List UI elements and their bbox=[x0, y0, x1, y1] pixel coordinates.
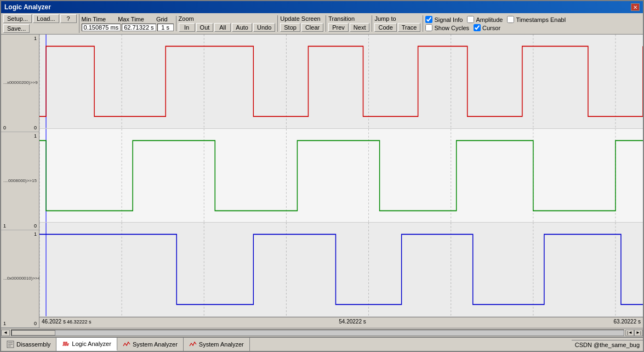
update-group: Update Screen Stop Clear bbox=[280, 15, 326, 32]
timestamps-checkbox-label[interactable]: Timestamps Enabl bbox=[507, 16, 566, 23]
time-display: Min Time Max Time Grid 0.150875 ms 62.71… bbox=[82, 16, 174, 31]
min-time-value: 0.150875 ms bbox=[82, 24, 121, 31]
zoom-out-button[interactable]: Out bbox=[196, 23, 214, 32]
time-label-1: 46.2022 s bbox=[42, 319, 66, 325]
timestamps-label: Timestamps Enabl bbox=[516, 16, 566, 23]
zoom-in-button[interactable]: In bbox=[179, 23, 195, 32]
zoom-group: Zoom In Out All Auto Undo bbox=[179, 15, 278, 32]
signal-3-low: 0 bbox=[34, 321, 37, 326]
waveform-channel-3 bbox=[39, 223, 643, 317]
scrollbar-area[interactable]: ◄ |◄ ►| bbox=[1, 328, 643, 337]
transition-next-button[interactable]: Next bbox=[350, 23, 370, 32]
max-time-value: 62.71322 s bbox=[122, 24, 156, 31]
signal-2-low: 0 bbox=[34, 223, 37, 229]
title-bar: Logic Analyzer ✕ bbox=[1, 1, 643, 13]
cursor-checkbox[interactable] bbox=[474, 24, 481, 31]
signal-1-low: 0 bbox=[34, 125, 37, 130]
tab-logic-analyzer[interactable]: Logic Analyzer bbox=[56, 338, 117, 351]
scroll-thumb[interactable] bbox=[12, 330, 55, 336]
tab-system-analyzer-2-label: System Analyzer bbox=[199, 341, 244, 348]
min-time-label: Min Time bbox=[82, 16, 106, 22]
signal-label-3: 1 ...0x00000010)>>4 0 1 bbox=[1, 230, 39, 328]
grid-value: 1 s bbox=[157, 24, 174, 31]
main-window: Logic Analyzer ✕ Setup... Load... ? Save… bbox=[0, 0, 644, 352]
time-group: Min Time Max Time Grid 0.150875 ms 62.71… bbox=[82, 16, 176, 31]
scroll-end-button[interactable]: ►| bbox=[634, 330, 643, 336]
signal-info-checkbox[interactable] bbox=[425, 16, 432, 23]
zoom-controls: Zoom In Out All Auto Undo bbox=[179, 15, 276, 32]
jumpto-label: Jump to bbox=[374, 15, 396, 22]
waveform-svg-1 bbox=[39, 35, 643, 128]
waveform-display[interactable]: 46.2022 s 46.32222 s 54.20222 s 63.20222… bbox=[39, 35, 643, 328]
signal-label-1: 1 ...x00000200)>>9 0 0 bbox=[1, 35, 39, 132]
signal-2-name: ....0008000)>>15 bbox=[3, 179, 37, 184]
show-cycles-checkbox[interactable] bbox=[425, 24, 432, 31]
options-checkboxes: Signal Info Amplitude Timestamps Enabl S… bbox=[425, 16, 566, 31]
jumpto-trace-button[interactable]: Trace bbox=[398, 23, 421, 32]
signal-2-marker: 1 bbox=[3, 223, 6, 229]
load-button[interactable]: Load... bbox=[33, 14, 59, 23]
scroll-right-button[interactable]: |◄ bbox=[625, 330, 634, 336]
signal-area: 1 ...x00000200)>>9 0 0 1 ....0008000)>>1… bbox=[1, 35, 643, 328]
close-button[interactable]: ✕ bbox=[631, 3, 640, 11]
max-time-label: Max Time bbox=[118, 16, 144, 22]
time-label-4: 63.20222 s bbox=[613, 319, 641, 325]
update-controls: Update Screen Stop Clear bbox=[280, 15, 323, 32]
waveform-svg-3 bbox=[39, 223, 643, 316]
logic-analyzer-icon bbox=[62, 340, 70, 348]
zoom-auto-button[interactable]: Auto bbox=[232, 23, 252, 32]
zoom-label: Zoom bbox=[179, 15, 194, 22]
tab-logic-analyzer-label: Logic Analyzer bbox=[72, 340, 111, 347]
waveform-channel-1 bbox=[39, 35, 643, 129]
tab-system-analyzer-2[interactable]: System Analyzer bbox=[184, 338, 250, 351]
bottom-tabs: Disassembly Logic Analyzer System Analyz… bbox=[1, 337, 643, 351]
waveform-channel-2 bbox=[39, 129, 643, 223]
jumpto-controls: Jump to Code Trace bbox=[374, 15, 420, 32]
zoom-undo-button[interactable]: Undo bbox=[253, 23, 275, 32]
time-label-3: 54.20222 s bbox=[339, 319, 366, 325]
zoom-all-button[interactable]: All bbox=[214, 23, 231, 32]
signal-3-high: 1 bbox=[34, 231, 37, 237]
cursor-label: Cursor bbox=[482, 25, 500, 31]
tab-disassembly-label: Disassembly bbox=[16, 341, 50, 348]
signal-info-label: Signal Info bbox=[434, 16, 463, 23]
jumpto-group: Jump to Code Trace bbox=[374, 15, 423, 32]
scroll-track[interactable] bbox=[11, 330, 624, 336]
time-label-group-left: 46.2022 s 46.32222 s bbox=[42, 319, 91, 325]
options-group: Signal Info Amplitude Timestamps Enabl S… bbox=[425, 16, 568, 31]
transition-group: Transition Prev Next bbox=[328, 15, 372, 32]
waveform-svg-2 bbox=[39, 129, 643, 223]
help-button[interactable]: ? bbox=[60, 14, 77, 23]
amplitude-label: Amplitude bbox=[476, 16, 503, 23]
show-cycles-checkbox-label[interactable]: Show Cycles bbox=[425, 24, 469, 31]
main-content: 1 ...x00000200)>>9 0 0 1 ....0008000)>>1… bbox=[1, 35, 643, 328]
signal-2-high: 1 bbox=[34, 133, 37, 139]
amplitude-checkbox[interactable] bbox=[467, 16, 474, 23]
update-clear-button[interactable]: Clear bbox=[301, 23, 323, 32]
signal-3-marker: 1 bbox=[3, 321, 6, 326]
setup-button[interactable]: Setup... bbox=[3, 14, 32, 23]
signal-1-marker: 0 bbox=[3, 125, 6, 130]
timestamps-checkbox[interactable] bbox=[507, 16, 514, 23]
update-screen-label: Update Screen bbox=[280, 15, 320, 22]
toolbar: Setup... Load... ? Save... Min Time Max … bbox=[1, 13, 643, 35]
tab-disassembly[interactable]: Disassembly bbox=[1, 338, 56, 351]
amplitude-checkbox-label[interactable]: Amplitude bbox=[467, 16, 503, 23]
time-labels: 46.2022 s 46.32222 s 54.20222 s 63.20222… bbox=[39, 317, 643, 328]
scroll-left-button[interactable]: ◄ bbox=[1, 330, 10, 336]
signal-3-name: ...0x00000010)>>4 bbox=[3, 276, 40, 281]
tab-system-analyzer-1[interactable]: System Analyzer bbox=[117, 338, 184, 351]
show-cycles-label: Show Cycles bbox=[434, 25, 469, 31]
grid-label: Grid bbox=[156, 16, 168, 22]
save-button[interactable]: Save... bbox=[3, 24, 30, 33]
signal-labels: 1 ...x00000200)>>9 0 0 1 ....0008000)>>1… bbox=[1, 35, 39, 328]
signal-label-2: 1 ....0008000)>>15 0 1 bbox=[1, 132, 39, 230]
jumpto-code-button[interactable]: Code bbox=[374, 23, 396, 32]
transition-label: Transition bbox=[328, 15, 355, 22]
transition-prev-button[interactable]: Prev bbox=[328, 23, 349, 32]
update-stop-button[interactable]: Stop bbox=[280, 23, 300, 32]
status-bar: CSDN @the_same_bug bbox=[572, 340, 643, 349]
signal-info-checkbox-label[interactable]: Signal Info bbox=[425, 16, 463, 23]
system-analyzer-icon-2 bbox=[189, 340, 197, 348]
cursor-checkbox-label[interactable]: Cursor bbox=[474, 24, 500, 31]
